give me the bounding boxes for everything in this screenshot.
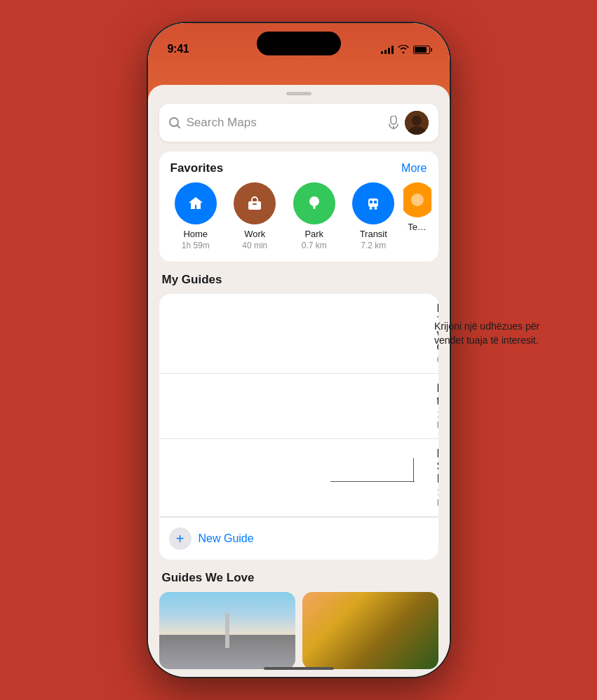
gwl-card-city[interactable]: [159, 592, 295, 669]
guide-item-metro[interactable]: Metro Stops I Like 17 Places: [159, 439, 438, 517]
svg-point-1: [412, 116, 422, 126]
status-time: 9:41: [168, 43, 189, 55]
favorites-header: Favorites More: [159, 152, 438, 182]
guide-count-mama: 6 Places: [437, 354, 438, 365]
favorite-transit[interactable]: Transit 7.2 km: [344, 182, 403, 250]
svg-rect-11: [374, 201, 377, 203]
park-icon-circle: [293, 182, 335, 224]
phone-frame: 9:41 Search Maps: [148, 23, 450, 677]
my-guides-title: My Guides: [159, 273, 438, 294]
guide-item-mama[interactable]: Mama's 70th venue options 6 Places: [159, 294, 438, 374]
battery-icon: [413, 46, 430, 54]
guides-we-love-title: Guides We Love: [159, 571, 438, 592]
plus-icon: +: [169, 527, 192, 550]
svg-point-8: [370, 207, 373, 210]
favorites-title: Favorites: [170, 161, 224, 175]
annotation-line-vertical: [413, 458, 414, 482]
svg-point-12: [411, 194, 424, 206]
guide-info-metro: Metro Stops I Like 17 Places: [437, 447, 438, 508]
search-bar[interactable]: Search Maps: [159, 104, 438, 142]
transit-sub: 7.2 km: [361, 241, 386, 250]
sheet-handle: [286, 92, 311, 95]
new-guide-label: New Guide: [199, 532, 254, 545]
bottom-sheet: Search Maps Favorites More: [148, 85, 450, 677]
transit-label: Transit: [360, 229, 387, 239]
work-icon: [245, 194, 264, 213]
wifi-icon: [398, 44, 409, 55]
signal-icon: [381, 46, 394, 54]
svg-rect-4: [253, 203, 257, 205]
mic-icon[interactable]: [388, 116, 399, 130]
park-label: Park: [304, 229, 323, 239]
guide-count-metro: 17 Places: [437, 487, 438, 508]
scroll-indicator: [264, 667, 334, 670]
search-placeholder: Search Maps: [187, 116, 382, 130]
work-label: Work: [244, 229, 265, 239]
tea-icon: [410, 192, 425, 208]
annotation-callout: Krijoni një udhëzues për vendet tuaja të…: [434, 319, 568, 348]
favorites-more-button[interactable]: More: [401, 162, 427, 175]
guides-card: Mama's 70th venue options 6 Places Eclip…: [159, 294, 438, 560]
home-label: Home: [183, 229, 208, 239]
guide-count-eclipse: 10 Places: [437, 409, 438, 430]
new-guide-button[interactable]: + New Guide: [159, 517, 438, 560]
guide-info-eclipse: Eclipse trip 10 Places: [437, 382, 438, 430]
svg-rect-3: [248, 201, 261, 210]
home-icon: [186, 194, 206, 213]
status-icons: [381, 44, 430, 55]
tea-icon-circle: [403, 182, 431, 217]
favorites-section: Favorites More Home 1h 59m: [159, 152, 438, 262]
annotation-line: [330, 481, 415, 482]
transit-icon: [363, 194, 383, 213]
favorite-park[interactable]: Park 0.7 km: [285, 182, 344, 250]
avatar[interactable]: [405, 111, 429, 135]
guides-we-love-row: [159, 592, 438, 669]
search-icon: [169, 117, 181, 129]
guide-name-metro: Metro Stops I Like: [437, 447, 438, 485]
dynamic-island: [257, 32, 341, 55]
tea-label: Te…: [408, 222, 427, 232]
park-icon: [304, 194, 324, 213]
park-sub: 0.7 km: [302, 241, 327, 250]
guides-we-love-section: Guides We Love: [159, 571, 438, 669]
guide-item-eclipse[interactable]: Eclipse trip 10 Places: [159, 374, 438, 439]
my-guides-section: My Guides Mama's 70th venue options 6 Pl…: [159, 273, 438, 560]
home-sub: 1h 59m: [182, 241, 210, 250]
favorite-home[interactable]: Home 1h 59m: [166, 182, 226, 250]
svg-rect-6: [313, 205, 315, 209]
favorite-tea[interactable]: Te…: [403, 182, 431, 250]
svg-point-5: [309, 196, 319, 206]
home-icon-circle: [175, 182, 217, 224]
svg-point-9: [375, 207, 377, 210]
favorite-work[interactable]: Work 40 min: [225, 182, 285, 250]
transit-icon-circle: [352, 182, 394, 224]
annotation-text: Krijoni një udhëzues për vendet tuaja të…: [434, 319, 568, 348]
gwl-card-food[interactable]: [302, 592, 438, 669]
svg-rect-10: [370, 201, 373, 203]
food-thumbnail: [302, 592, 438, 669]
city-thumbnail: [159, 592, 295, 669]
favorites-row: Home 1h 59m Work 40 min: [159, 182, 438, 262]
guide-name-eclipse: Eclipse trip: [437, 382, 438, 408]
work-sub: 40 min: [242, 241, 267, 250]
work-icon-circle: [234, 182, 276, 224]
